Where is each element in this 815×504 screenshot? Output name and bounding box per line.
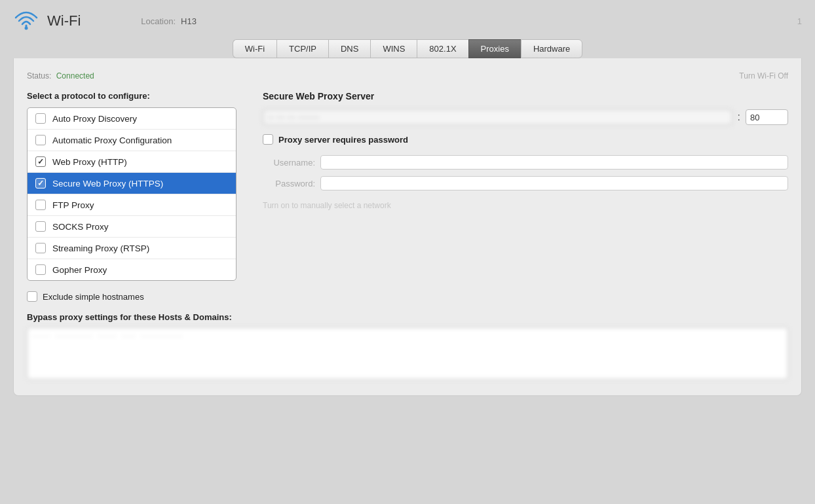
- checkbox-requires-password[interactable]: [263, 134, 273, 145]
- username-input[interactable]: [320, 155, 788, 170]
- protocol-gopher[interactable]: Gopher Proxy: [28, 259, 236, 280]
- checkbox-auto-discovery[interactable]: [35, 113, 46, 124]
- location-value: H13: [181, 16, 197, 26]
- bypass-section: Bypass proxy settings for these Hosts & …: [27, 312, 788, 382]
- checkbox-socks[interactable]: [35, 221, 46, 232]
- protocol-web-https-label: Secure Web Proxy (HTTPS): [52, 179, 163, 189]
- title-bar: Wi-Fi Location: H13 1: [0, 0, 815, 39]
- tab-dns[interactable]: DNS: [328, 39, 370, 58]
- status-value: Connected: [56, 71, 94, 81]
- location-area: Location: H13: [141, 16, 197, 26]
- location-label: Location:: [141, 16, 176, 26]
- username-label: Username:: [263, 158, 315, 168]
- proxy-server-title: Secure Web Proxy Server: [263, 91, 788, 101]
- page-number: 1: [797, 16, 802, 26]
- protocol-auto-config-label: Automatic Proxy Configuration: [52, 135, 172, 145]
- turn-wifi-off-button[interactable]: Turn Wi-Fi Off: [739, 71, 788, 81]
- window-title: Wi-Fi: [47, 12, 81, 29]
- username-row: Username:: [263, 155, 788, 170]
- proxy-server-row: :: [263, 109, 788, 125]
- protocol-gopher-label: Gopher Proxy: [52, 265, 107, 275]
- host-port-separator: :: [738, 111, 740, 123]
- checkbox-web-http[interactable]: [35, 156, 46, 167]
- password-required-label: Proxy server requires password: [278, 135, 408, 145]
- checkbox-exclude-hostnames[interactable]: [27, 291, 37, 302]
- protocol-web-https[interactable]: Secure Web Proxy (HTTPS): [28, 173, 236, 194]
- tab-proxies[interactable]: Proxies: [468, 39, 521, 58]
- hint-text-content: Turn on to manually select a network: [263, 201, 391, 210]
- protocol-ftp-label: FTP Proxy: [52, 200, 94, 210]
- checkbox-web-https[interactable]: [35, 178, 46, 189]
- bypass-title: Bypass proxy settings for these Hosts & …: [27, 312, 788, 322]
- protocol-socks-label: SOCKS Proxy: [52, 222, 109, 232]
- bypass-textarea[interactable]: [27, 327, 788, 380]
- proxy-port-input[interactable]: [746, 109, 788, 125]
- protocol-streaming-label: Streaming Proxy (RTSP): [52, 243, 149, 253]
- tab-wifi[interactable]: Wi-Fi: [233, 39, 276, 58]
- protocol-web-http[interactable]: Web Proxy (HTTP): [28, 151, 236, 173]
- proxy-host-input[interactable]: [263, 109, 732, 125]
- protocol-streaming[interactable]: Streaming Proxy (RTSP): [28, 238, 236, 259]
- tab-wins[interactable]: WINS: [370, 39, 417, 58]
- tab-8021x[interactable]: 802.1X: [417, 39, 468, 58]
- hint-text: Turn on to manually select a network: [263, 201, 788, 210]
- exclude-row: Exclude simple hostnames: [27, 291, 788, 302]
- checkbox-ftp[interactable]: [35, 200, 46, 210]
- password-input[interactable]: [320, 176, 788, 190]
- protocol-auto-discovery[interactable]: Auto Proxy Discovery: [28, 108, 236, 130]
- password-label: Password:: [263, 179, 315, 189]
- protocol-list: Auto Proxy Discovery Automatic Proxy Con…: [27, 107, 237, 281]
- status-row: Status: Connected Turn Wi-Fi Off: [27, 71, 788, 81]
- tab-hardware[interactable]: Hardware: [521, 39, 582, 58]
- password-field-row: Password:: [263, 176, 788, 190]
- main-window: Wi-Fi Location: H13 1 Wi-Fi TCP/IP DNS W…: [0, 0, 815, 504]
- left-panel: Select a protocol to configure: Auto Pro…: [27, 91, 237, 281]
- protocol-auto-config[interactable]: Automatic Proxy Configuration: [28, 130, 236, 151]
- right-panel: Secure Web Proxy Server : Proxy server r…: [263, 91, 788, 281]
- protocol-ftp[interactable]: FTP Proxy: [28, 194, 236, 216]
- checkbox-gopher[interactable]: [35, 264, 46, 275]
- protocol-web-http-label: Web Proxy (HTTP): [52, 157, 127, 167]
- main-content: Select a protocol to configure: Auto Pro…: [27, 91, 788, 281]
- wifi-icon: [13, 8, 39, 34]
- bottom-section: Exclude simple hostnames Bypass proxy se…: [27, 291, 788, 382]
- exclude-label: Exclude simple hostnames: [43, 292, 144, 302]
- svg-point-0: [25, 27, 28, 30]
- protocol-socks[interactable]: SOCKS Proxy: [28, 216, 236, 238]
- tab-bar: Wi-Fi TCP/IP DNS WINS 802.1X Proxies Har…: [0, 39, 815, 58]
- checkbox-streaming[interactable]: [35, 243, 46, 253]
- status-area: Status: Connected: [27, 71, 94, 81]
- status-label: Status:: [27, 71, 51, 81]
- password-row: Proxy server requires password: [263, 134, 788, 145]
- checkbox-auto-config[interactable]: [35, 135, 46, 145]
- protocol-auto-discovery-label: Auto Proxy Discovery: [52, 114, 137, 124]
- tab-tcpip[interactable]: TCP/IP: [276, 39, 328, 58]
- protocol-list-title: Select a protocol to configure:: [27, 91, 237, 101]
- content-panel: Status: Connected Turn Wi-Fi Off Select …: [13, 58, 802, 396]
